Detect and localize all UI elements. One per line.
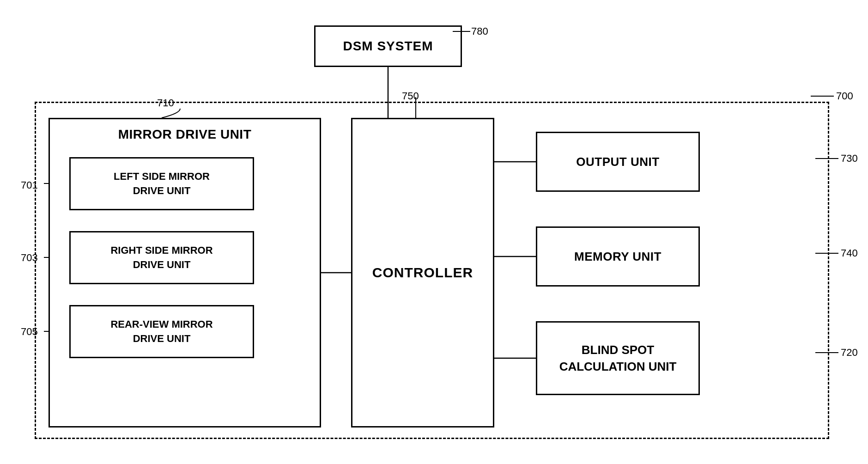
dsm-system-label: DSM SYSTEM: [343, 39, 433, 54]
output-unit-box: OUTPUT UNIT: [536, 132, 700, 192]
blind-spot-box: BLIND SPOTCALCULATION UNIT: [536, 321, 700, 395]
rear-mirror-drive-box: REAR-VIEW MIRRORDRIVE UNIT: [69, 305, 254, 358]
dsm-system-box: DSM SYSTEM: [314, 25, 462, 67]
output-unit-label: OUTPUT UNIT: [576, 155, 659, 169]
right-mirror-label: RIGHT SIDE MIRRORDRIVE UNIT: [110, 244, 212, 272]
ref-740: 740: [841, 247, 858, 259]
ref-705: 705: [21, 326, 38, 338]
right-mirror-drive-box: RIGHT SIDE MIRRORDRIVE UNIT: [69, 231, 254, 284]
left-mirror-drive-box: LEFT SIDE MIRRORDRIVE UNIT: [69, 157, 254, 210]
ref-720: 720: [841, 347, 858, 359]
ref-730: 730: [841, 153, 858, 165]
left-mirror-label: LEFT SIDE MIRRORDRIVE UNIT: [114, 170, 210, 198]
controller-label: CONTROLLER: [372, 265, 473, 281]
ref-701: 701: [21, 179, 38, 191]
mirror-drive-unit-title: MIRROR DRIVE UNIT: [72, 127, 298, 142]
ref-700: 700: [836, 90, 853, 102]
blind-spot-label: BLIND SPOTCALCULATION UNIT: [559, 342, 677, 375]
diagram-container: DSM SYSTEM 780 700 MIRROR DRIVE UNIT 710…: [0, 0, 868, 464]
ref-750: 750: [402, 90, 419, 102]
ref-710: 710: [157, 97, 174, 109]
memory-unit-box: MEMORY UNIT: [536, 226, 700, 287]
memory-unit-label: MEMORY UNIT: [574, 250, 662, 264]
ref-780: 780: [471, 25, 488, 37]
controller-box: CONTROLLER: [351, 118, 494, 427]
ref-703: 703: [21, 252, 38, 264]
rear-mirror-label: REAR-VIEW MIRRORDRIVE UNIT: [110, 317, 212, 346]
